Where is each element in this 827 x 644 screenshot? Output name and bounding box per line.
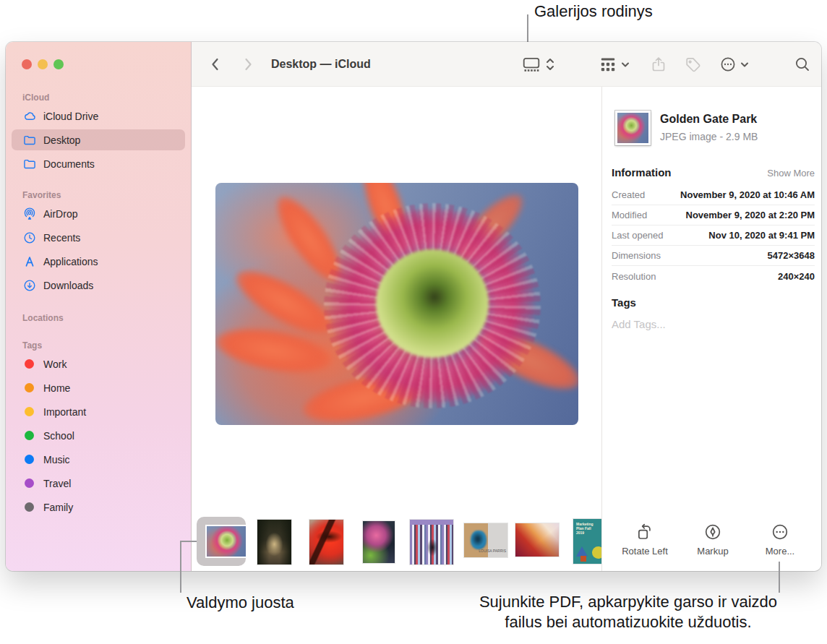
tag-color-dot bbox=[25, 407, 34, 416]
sidebar-item-airdrop[interactable]: AirDrop bbox=[12, 203, 185, 224]
cloud-icon bbox=[22, 109, 37, 124]
dancer-figure bbox=[471, 531, 487, 549]
clock-icon bbox=[22, 231, 37, 245]
info-row-last-opened: Last opened Nov 10, 2020 at 9:41 PM bbox=[612, 226, 815, 246]
sidebar-item-documents[interactable]: Documents bbox=[12, 153, 185, 174]
more-button[interactable]: More... bbox=[751, 523, 809, 557]
add-tags-field[interactable]: Add Tags... bbox=[612, 318, 666, 330]
sidebar: iCloud iCloud Drive Desktop bbox=[6, 42, 192, 571]
forward-button[interactable] bbox=[239, 42, 257, 87]
tag-color-dot bbox=[25, 383, 34, 392]
preview-image-flower[interactable] bbox=[215, 183, 578, 425]
sidebar-tag-travel[interactable]: Travel bbox=[12, 473, 185, 494]
gallery-view-button[interactable] bbox=[522, 42, 541, 87]
gallery-content: LOUISA PARRIS Marketing Plan Fall 2019 bbox=[192, 87, 601, 571]
sidebar-tag-family[interactable]: Family bbox=[12, 497, 185, 518]
close-button[interactable] bbox=[22, 59, 32, 69]
information-header: Information bbox=[612, 166, 672, 179]
more-actions-chevron[interactable] bbox=[740, 42, 749, 87]
info-label: Modified bbox=[612, 210, 647, 220]
info-value: 5472×3648 bbox=[768, 250, 815, 261]
action-label: More... bbox=[751, 546, 809, 557]
info-label: Last opened bbox=[612, 230, 664, 241]
sidebar-item-label: Documents bbox=[43, 158, 95, 170]
sidebar-item-label: School bbox=[43, 430, 74, 442]
minimize-button[interactable] bbox=[38, 59, 48, 69]
sidebar-item-label: Home bbox=[43, 382, 70, 394]
more-actions-button[interactable] bbox=[719, 42, 737, 87]
download-icon bbox=[22, 278, 37, 293]
annotation-more-line2: failus bei automatizuokite užduotis. bbox=[479, 612, 777, 632]
flower-center bbox=[376, 249, 489, 358]
window-controls bbox=[22, 59, 64, 69]
group-menu-chevron[interactable] bbox=[621, 42, 630, 87]
file-name: Golden Gate Park bbox=[660, 113, 757, 126]
group-button[interactable] bbox=[599, 42, 617, 87]
info-row-resolution: Resolution 240×240 bbox=[612, 266, 815, 286]
tags-button[interactable] bbox=[684, 42, 701, 87]
sidebar-item-icloud-drive[interactable]: iCloud Drive bbox=[12, 106, 185, 126]
tag-color-dot bbox=[25, 502, 34, 512]
poster-title: Marketing Plan Fall 2019 bbox=[576, 522, 598, 535]
thumbnail-flower-selected[interactable] bbox=[197, 517, 246, 566]
chevron-left-icon bbox=[207, 56, 224, 73]
share-button[interactable] bbox=[650, 42, 667, 87]
sidebar-item-applications[interactable]: Applications bbox=[12, 251, 185, 272]
sidebar-item-label: Travel bbox=[43, 478, 71, 489]
thumbnail-forest-path[interactable] bbox=[257, 520, 291, 564]
callout-line-controlbar-vertical bbox=[180, 541, 181, 593]
applications-icon bbox=[22, 254, 37, 269]
thumbnail-red-gradient[interactable] bbox=[515, 523, 559, 557]
info-row-modified: Modified November 9, 2020 at 2:20 PM bbox=[612, 205, 815, 226]
annotation-gallery-view: Galerijos rodinys bbox=[534, 1, 653, 22]
airdrop-icon bbox=[22, 207, 37, 221]
tag-color-dot bbox=[25, 455, 34, 464]
markup-icon bbox=[703, 523, 722, 541]
info-value: 240×240 bbox=[778, 271, 815, 282]
search-icon bbox=[794, 56, 811, 73]
sidebar-tag-school[interactable]: School bbox=[12, 425, 185, 446]
action-label: Rotate Left bbox=[616, 546, 674, 557]
back-button[interactable] bbox=[207, 42, 224, 87]
sidebar-tag-home[interactable]: Home bbox=[12, 377, 185, 398]
action-label: Markup bbox=[684, 546, 742, 557]
more-icon bbox=[771, 523, 789, 541]
finder-window: Desktop — iCloud bbox=[6, 42, 821, 571]
show-more-link[interactable]: Show More bbox=[767, 168, 815, 179]
sidebar-tag-music[interactable]: Music bbox=[12, 449, 185, 470]
sidebar-item-recents[interactable]: Recents bbox=[12, 227, 185, 248]
view-mode-stepper[interactable] bbox=[545, 42, 555, 87]
sidebar-item-label: Desktop bbox=[43, 134, 80, 146]
sidebar-item-downloads[interactable]: Downloads bbox=[12, 275, 185, 296]
zoom-button[interactable] bbox=[53, 59, 64, 69]
sidebar-tag-important[interactable]: Important bbox=[12, 401, 185, 422]
sidebar-item-desktop[interactable]: Desktop bbox=[12, 129, 185, 150]
poster-caption: LOUISA PARRIS bbox=[479, 549, 506, 553]
information-rows: Created November 9, 2020 at 10:46 AM Mod… bbox=[612, 185, 815, 286]
search-button[interactable] bbox=[794, 42, 811, 87]
sidebar-item-label: Important bbox=[43, 406, 86, 418]
info-label: Dimensions bbox=[612, 250, 661, 261]
tag-color-dot bbox=[25, 478, 34, 488]
thumbnail-red-hand[interactable] bbox=[309, 520, 343, 564]
rotate-left-button[interactable]: Rotate Left bbox=[616, 523, 674, 557]
file-thumbnail bbox=[615, 111, 651, 145]
inspector-panel: Golden Gate Park JPEG image - 2.9 MB Inf… bbox=[601, 87, 821, 571]
thumbnail-neon-portrait[interactable] bbox=[363, 521, 395, 563]
thumbnail-flower-image bbox=[205, 525, 247, 558]
thumbnail-louisa-parris[interactable]: LOUISA PARRIS bbox=[464, 523, 507, 557]
chevron-up-down-icon bbox=[545, 56, 555, 73]
tags-header: Tags bbox=[612, 296, 636, 309]
folder-icon bbox=[22, 157, 37, 171]
markup-button[interactable]: Markup bbox=[684, 523, 742, 557]
thumbnail-light-stripes[interactable] bbox=[410, 520, 453, 564]
sidebar-section-icloud: iCloud bbox=[22, 93, 191, 103]
annotation-more-line1: Sujunkite PDF, apkarpykite garso ir vaiz… bbox=[479, 592, 777, 612]
chevron-right-icon bbox=[239, 56, 257, 73]
annotation-control-bar: Valdymo juosta bbox=[187, 593, 294, 613]
sidebar-tag-work[interactable]: Work bbox=[12, 353, 185, 374]
rotate-left-icon bbox=[635, 523, 654, 541]
thumbnail-marketing-poster[interactable]: Marketing Plan Fall 2019 bbox=[573, 519, 601, 564]
sidebar-item-label: iCloud Drive bbox=[43, 111, 98, 122]
sidebar-item-label: Downloads bbox=[43, 280, 93, 291]
